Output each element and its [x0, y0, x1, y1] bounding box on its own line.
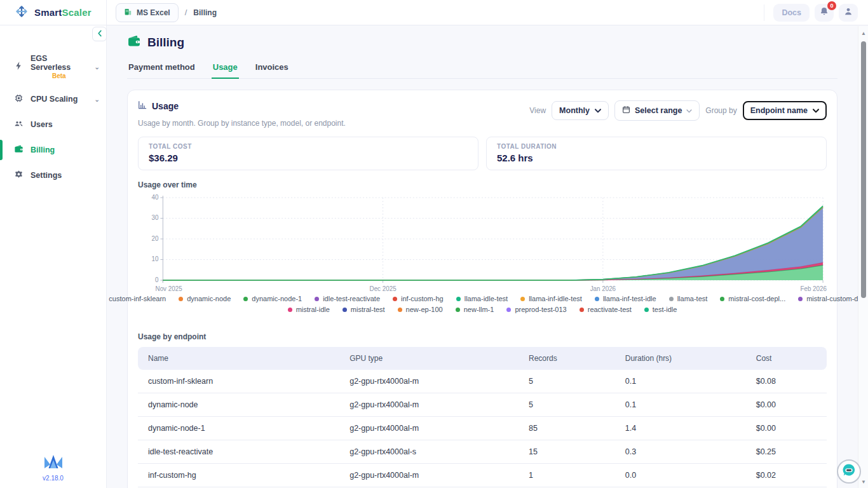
legend-item[interactable]: inf-custom-hg — [393, 295, 444, 302]
usage-controls: View Monthly Select range Group by Endpo… — [529, 100, 827, 121]
usage-card-title-row: Usage — [138, 100, 346, 111]
column-header-duration: Duration (hrs) — [620, 347, 751, 370]
usage-table-header: Name GPU type Records Duration (hrs) Cos… — [138, 347, 827, 370]
legend-item[interactable]: mistral-custom-d... — [798, 295, 858, 302]
calendar-icon — [622, 105, 630, 116]
breadcrumb: MS Excel / Billing — [107, 3, 764, 22]
legend-item[interactable]: mistral-cost-depl... — [720, 295, 785, 302]
legend-item[interactable]: custom-inf-sklearn — [107, 295, 166, 302]
select-range-button[interactable]: Select range — [614, 100, 700, 121]
usage-table: Name GPU type Records Duration (hrs) Cos… — [138, 347, 827, 487]
legend-dot-icon — [315, 297, 319, 301]
tab-payment-method[interactable]: Payment method — [127, 62, 196, 78]
legend-dot-icon — [456, 297, 461, 301]
sidebar-item-cpu-scaling[interactable]: CPU Scaling ⌄ — [0, 86, 106, 112]
workspace-label: MS Excel — [137, 8, 170, 17]
gear-icon — [14, 170, 24, 181]
table-row[interactable]: custom-inf-sklearng2-gpu-rtx4000al-m50.1… — [138, 370, 827, 393]
table-row[interactable]: inf-custom-hgg2-gpu-rtx4000al-m10.0$0.02 — [138, 464, 827, 487]
legend-item[interactable]: test-idle — [644, 306, 677, 313]
legend-item[interactable]: dynamic-node — [179, 295, 231, 302]
table-cell: $0.00 — [751, 393, 827, 417]
legend-label: custom-inf-sklearn — [109, 295, 166, 302]
legend-item[interactable]: new-ep-100 — [398, 306, 443, 313]
view-label: View — [529, 106, 546, 115]
workspace-chip[interactable]: MS Excel — [116, 3, 179, 22]
table-cell: 0.3 — [620, 440, 751, 464]
usage-chart[interactable]: 010203040Nov 2025Dec 2025Jan 2026Feb 202… — [138, 193, 827, 294]
view-select[interactable]: Monthly — [552, 101, 609, 120]
table-row[interactable]: idle-test-reactivateg2-gpu-rtx4000al-s15… — [138, 440, 827, 464]
sidebar-collapse-button[interactable] — [92, 27, 107, 41]
billing-wallet-icon — [127, 34, 141, 51]
table-cell: dynamic-node — [138, 393, 344, 417]
chart-legend: custom-inf-sklearndynamic-nodedynamic-no… — [138, 295, 827, 313]
legend-item[interactable]: llama-inf-test-idle — [595, 295, 656, 302]
group-by-label: Group by — [705, 106, 736, 115]
stat-cards: TOTAL COST $36.29 TOTAL DURATION 52.6 hr… — [138, 137, 827, 170]
legend-item[interactable]: mistral-test — [342, 306, 385, 313]
total-duration-card: TOTAL DURATION 52.6 hrs — [486, 137, 827, 170]
legend-dot-icon — [595, 297, 599, 301]
table-cell: 0.0 — [620, 464, 751, 487]
chevron-down-icon — [813, 106, 819, 115]
select-range-label: Select range — [635, 106, 682, 115]
legend-label: llama-inf-test-idle — [603, 295, 656, 302]
legend-label: llama-idle-test — [465, 295, 508, 302]
column-header-name: Name — [138, 347, 344, 370]
legend-item[interactable]: preprod-test-013 — [506, 306, 566, 313]
sidebar-item-egs-serverless[interactable]: EGS Serverless Beta ⌄ — [0, 47, 106, 86]
page-header: Billing — [127, 34, 837, 51]
table-cell: g2-gpu-rtx4000al-m — [344, 370, 524, 393]
table-cell: inf-custom-hg — [138, 464, 344, 487]
scrollbar-up-arrow[interactable]: ▲ — [858, 29, 868, 37]
docs-button[interactable]: Docs — [773, 4, 810, 22]
sidebar-item-billing[interactable]: Billing — [0, 137, 106, 163]
legend-dot-icon — [342, 308, 347, 312]
table-cell: custom-inf-sklearn — [138, 370, 344, 393]
tab-usage[interactable]: Usage — [212, 62, 239, 79]
notifications-button[interactable]: 0 — [815, 4, 834, 22]
legend-item[interactable]: llama-test — [669, 295, 708, 302]
sidebar-item-settings[interactable]: Settings — [0, 163, 106, 188]
group-by-select[interactable]: Endpoint name — [743, 101, 827, 120]
table-cell: dynamic-node-1 — [138, 417, 344, 440]
table-row[interactable]: dynamic-node-1g2-gpu-rtx4000al-m851.4$0.… — [138, 417, 827, 440]
total-cost-label: TOTAL COST — [149, 143, 468, 150]
table-row[interactable]: dynamic-nodeg2-gpu-rtx4000al-m50.1$0.00 — [138, 393, 827, 417]
chat-widget-button[interactable] — [837, 459, 861, 484]
table-title: Usage by endpoint — [138, 332, 827, 341]
legend-item[interactable]: dynamic-node-1 — [243, 295, 302, 302]
legend-label: mistral-custom-d... — [806, 295, 858, 302]
legend-item[interactable]: idle-test-reactivate — [315, 295, 380, 302]
total-cost-value: $36.29 — [149, 152, 468, 163]
legend-label: dynamic-node-1 — [252, 295, 302, 302]
chart-container: 010203040Nov 2025Dec 2025Jan 2026Feb 202… — [138, 193, 827, 294]
sidebar-item-label: EGS Serverless — [31, 54, 88, 72]
tab-invoices[interactable]: Invoices — [254, 62, 290, 78]
legend-item[interactable]: new-llm-1 — [456, 306, 494, 313]
column-header-cost: Cost — [751, 347, 827, 370]
profile-button[interactable] — [839, 4, 858, 22]
legend-item[interactable]: reactivate-test — [580, 306, 632, 313]
svg-text:40: 40 — [152, 194, 159, 201]
table-cell: g2-gpu-rtx4000al-m — [344, 417, 524, 440]
usage-card-subtitle: Usage by month. Group by instance type, … — [138, 119, 346, 128]
legend-item[interactable]: llama-inf-idle-test — [520, 295, 582, 302]
sidebar-item-users[interactable]: Users — [0, 112, 106, 137]
chevron-down-icon: ⌄ — [95, 96, 100, 103]
legend-dot-icon — [798, 297, 803, 301]
scrollbar-down-arrow[interactable]: ▼ — [858, 477, 868, 486]
table-cell: 0.1 — [620, 370, 751, 393]
scrollbar[interactable]: ▲ ▼ — [858, 26, 868, 488]
scrollbar-thumb[interactable] — [861, 41, 866, 298]
topbar-actions: Docs 0 — [764, 4, 868, 21]
breadcrumb-separator: / — [185, 8, 187, 17]
legend-item[interactable]: mistral-idle — [288, 306, 330, 313]
sidebar-item-label: Settings — [31, 171, 62, 180]
version-label: v2.18.0 — [43, 475, 64, 482]
table-cell: 0.1 — [620, 393, 751, 417]
legend-dot-icon — [243, 297, 248, 301]
legend-item[interactable]: llama-idle-test — [456, 295, 508, 302]
legend-dot-icon — [288, 308, 292, 312]
